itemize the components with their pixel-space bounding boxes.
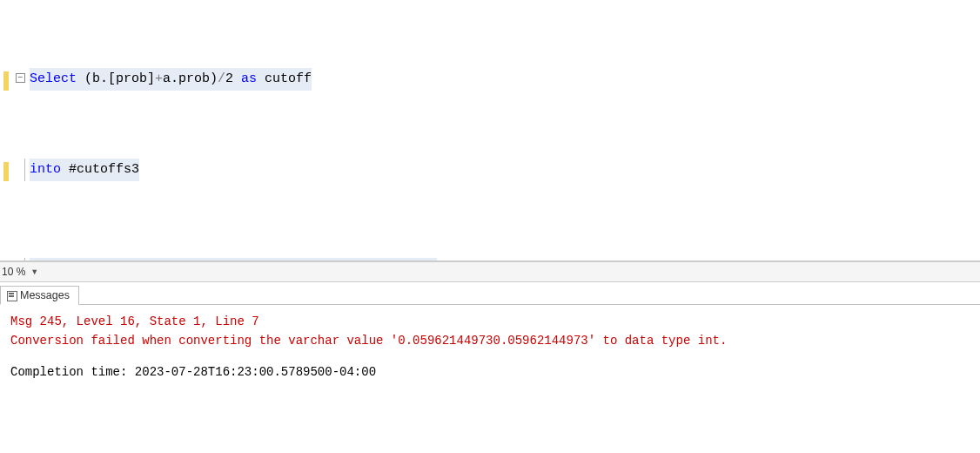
fold-icon[interactable]: − — [16, 73, 25, 83]
chevron-down-icon: ▼ — [30, 267, 38, 276]
sql-editor-pane[interactable]: − Select (b.[prob]+a.prob)/2 as cutoff i… — [0, 0, 980, 261]
zoom-dropdown[interactable]: 10 % ▼ — [2, 266, 38, 278]
zoom-bar: 10 % ▼ — [0, 261, 980, 282]
messages-pane[interactable]: Msg 245, Level 16, State 1, Line 7 Conve… — [0, 305, 980, 453]
results-tabs: Messages — [0, 282, 980, 305]
error-line-1: Msg 245, Level 16, State 1, Line 7 — [10, 312, 970, 331]
completion-time: Completion time: 2023-07-28T16:23:00.578… — [10, 362, 970, 382]
error-line-2: Conversion failed when converting the va… — [10, 331, 970, 350]
change-marker — [3, 71, 9, 91]
code-area[interactable]: − Select (b.[prob]+a.prob)/2 as cutoff i… — [0, 0, 980, 261]
tab-label: Messages — [20, 289, 70, 301]
change-marker — [3, 162, 9, 181]
messages-icon — [6, 290, 17, 301]
zoom-value: 10 % — [2, 266, 25, 278]
tab-messages[interactable]: Messages — [0, 286, 79, 305]
